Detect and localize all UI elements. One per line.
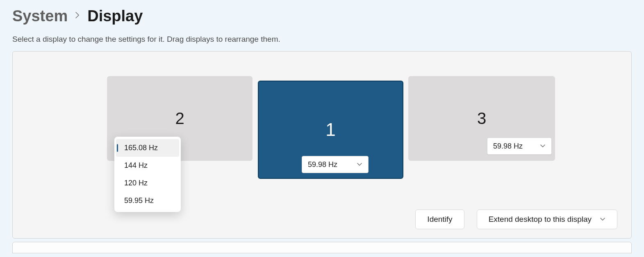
monitor-number: 2	[175, 109, 184, 128]
button-label: Identify	[427, 215, 452, 224]
panel-action-bar: Identify Extend desktop to this display	[415, 210, 617, 229]
refresh-rate-select-monitor-1[interactable]: 59.98 Hz	[302, 156, 369, 173]
dropdown-item[interactable]: 59.95 Hz	[116, 192, 179, 210]
refresh-rate-value: 59.98 Hz	[308, 160, 337, 169]
dropdown-item[interactable]: 165.08 Hz	[116, 139, 179, 157]
dropdown-item[interactable]: 120 Hz	[116, 174, 179, 192]
button-label: Extend desktop to this display	[489, 215, 592, 224]
chevron-down-icon	[600, 217, 605, 221]
breadcrumb-parent-system[interactable]: System	[12, 7, 68, 25]
next-settings-card[interactable]	[12, 242, 632, 253]
refresh-rate-value: 59.98 Hz	[493, 142, 523, 151]
identify-button[interactable]: Identify	[415, 210, 464, 229]
chevron-down-icon	[347, 162, 362, 167]
monitor-number: 1	[325, 119, 335, 140]
refresh-rate-dropdown-menu: 165.08 Hz 144 Hz 120 Hz 59.95 Hz	[114, 137, 181, 212]
monitors-canvas[interactable]: 2 1 3 59.98 Hz 59.98 Hz 165.08 Hz 144 Hz…	[13, 52, 631, 207]
display-arrangement-panel: 2 1 3 59.98 Hz 59.98 Hz 165.08 Hz 144 Hz…	[12, 51, 632, 239]
breadcrumb: System Display	[0, 0, 644, 25]
page-description: Select a display to change the settings …	[0, 25, 644, 51]
chevron-down-icon	[530, 144, 546, 148]
dropdown-item[interactable]: 144 Hz	[116, 157, 179, 174]
extend-desktop-button[interactable]: Extend desktop to this display	[477, 210, 617, 229]
monitor-number: 3	[477, 109, 486, 128]
chevron-right-icon	[75, 11, 80, 21]
page-title: Display	[87, 7, 143, 25]
refresh-rate-select-monitor-3[interactable]: 59.98 Hz	[487, 138, 552, 155]
